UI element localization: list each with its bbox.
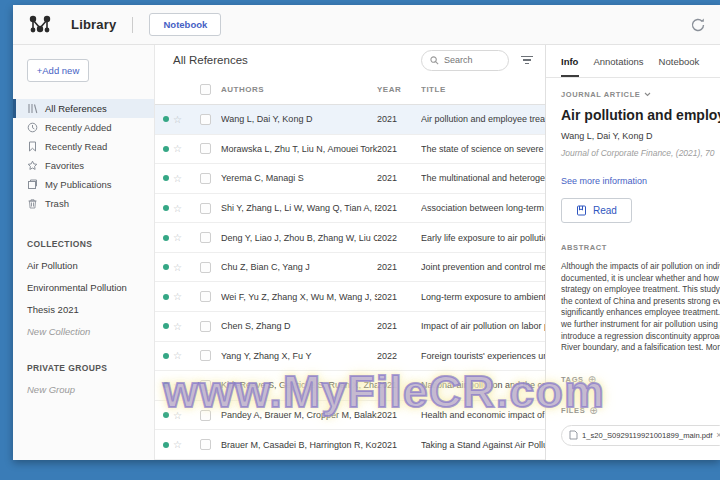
table-row[interactable]: ☆Brauer M, Casadei B, Harrington R, Kov.… [155, 430, 545, 460]
favorite-star-icon[interactable]: ☆ [173, 291, 193, 302]
add-tag-icon[interactable]: ⊕ [588, 374, 597, 385]
row-title: Association between long-term expo [421, 203, 545, 213]
row-checkbox[interactable] [200, 203, 211, 214]
add-new-button[interactable]: +Add new [27, 59, 89, 82]
row-authors: Wang L, Dai Y, Kong D [221, 114, 377, 124]
row-authors: Chen S, Zhang D [221, 321, 377, 331]
publications-icon [27, 179, 38, 190]
row-year: 2022 [377, 351, 421, 361]
table-row[interactable]: ☆Deng Y, Liao J, Zhou B, Zhang W, Liu C.… [155, 223, 545, 253]
row-title: Long-term exposure to ambient air p [421, 292, 545, 302]
select-all-checkbox[interactable] [200, 84, 211, 95]
sidebar-item-recently-added[interactable]: Recently Added [13, 118, 154, 137]
read-document-icon [576, 205, 587, 216]
favorite-star-icon[interactable]: ☆ [173, 173, 193, 184]
add-file-icon[interactable]: ⊕ [589, 405, 598, 416]
favorite-star-icon[interactable]: ☆ [173, 262, 193, 273]
favorite-star-icon[interactable]: ☆ [173, 380, 193, 391]
row-checkbox[interactable] [200, 321, 211, 332]
table-row[interactable]: ☆Chu Z, Bian C, Yang J2021Joint preventi… [155, 253, 545, 283]
row-checkbox[interactable] [200, 262, 211, 273]
unread-dot [163, 353, 169, 359]
unread-dot [163, 116, 169, 122]
mendeley-logo-icon [27, 14, 53, 36]
filter-icon[interactable] [521, 56, 533, 65]
sidebar-item-all-references[interactable]: All References [13, 99, 154, 118]
row-checkbox[interactable] [200, 143, 211, 154]
row-checkbox[interactable] [200, 173, 211, 184]
abstract-text: Although the impacts of air pollution on… [561, 261, 720, 354]
tab-annotations[interactable]: Annotations [593, 45, 643, 77]
row-authors: Deng Y, Liao J, Zhou B, Zhang W, Liu C..… [221, 233, 377, 243]
sidebar-item-label: Recently Read [45, 141, 107, 152]
see-more-link[interactable]: See more information [561, 176, 720, 186]
search-box[interactable] [421, 50, 509, 71]
favorite-star-icon[interactable]: ☆ [173, 410, 193, 421]
table-row[interactable]: ☆Shi Y, Zhang L, Li W, Wang Q, Tian A, P… [155, 194, 545, 224]
favorite-star-icon[interactable]: ☆ [173, 232, 193, 243]
list-header: All References [155, 45, 545, 75]
notebook-button[interactable]: Notebook [149, 13, 221, 36]
favorite-star-icon[interactable]: ☆ [173, 321, 193, 332]
collection-air-pollution[interactable]: Air Pollution [27, 260, 154, 271]
reference-list-panel: All References AUTHORS YEAR TITLE ☆Wang … [155, 45, 545, 460]
row-checkbox[interactable] [200, 350, 211, 361]
tab-info[interactable]: Info [561, 45, 578, 77]
row-checkbox[interactable] [200, 114, 211, 125]
column-year[interactable]: YEAR [377, 85, 421, 94]
unread-dot [163, 175, 169, 181]
row-authors: Shi Y, Zhang L, Li W, Wang Q, Tian A, P.… [221, 203, 377, 213]
search-icon [430, 56, 439, 65]
document-type-dropdown[interactable]: JOURNAL ARTICLE [561, 90, 720, 99]
column-authors[interactable]: AUTHORS [221, 85, 377, 94]
table-row[interactable]: ☆Kirk-Reeve S, Gehricke S, Ruan X, Zha..… [155, 371, 545, 401]
row-authors: Chu Z, Bian C, Yang J [221, 262, 377, 272]
row-checkbox[interactable] [200, 291, 211, 302]
table-row[interactable]: ☆Wang L, Dai Y, Kong D2021Air pollution … [155, 105, 545, 135]
collection-environmental-pollution[interactable]: Environmental Pollution [27, 282, 154, 293]
file-name: 1_s20_S0929119921001899_main.pdf [582, 431, 712, 440]
row-checkbox[interactable] [200, 232, 211, 243]
header-divider [132, 17, 133, 33]
new-collection-link[interactable]: New Collection [27, 326, 154, 337]
page-title: Library [71, 17, 116, 32]
favorite-star-icon[interactable]: ☆ [173, 143, 193, 154]
star-icon [27, 160, 38, 171]
table-row[interactable]: ☆Yerema C, Managi S2021The multinational… [155, 164, 545, 194]
collection-thesis-2021[interactable]: Thesis 2021 [27, 304, 154, 315]
row-checkbox[interactable] [200, 380, 211, 391]
unread-dot [163, 205, 169, 211]
table-row[interactable]: ☆Morawska L, Zhu T, Liu N, Amouei Tork..… [155, 135, 545, 165]
sidebar-nav: All References Recently Added Recently R… [13, 99, 154, 213]
favorite-star-icon[interactable]: ☆ [173, 439, 193, 450]
sidebar-item-label: Favorites [45, 160, 84, 171]
abstract-label: ABSTRACT [561, 243, 720, 252]
table-row[interactable]: ☆Wei F, Yu Z, Zhang X, Wu M, Wang J, S..… [155, 282, 545, 312]
tab-notebook[interactable]: Notebook [659, 45, 700, 77]
table-row[interactable]: ☆Pandey A, Brauer M, Cropper M, Balakr..… [155, 401, 545, 431]
search-input[interactable] [444, 55, 499, 65]
file-attachment[interactable]: 1_s20_S0929119921001899_main.pdf × [561, 425, 720, 446]
favorite-star-icon[interactable]: ☆ [173, 350, 193, 361]
read-button[interactable]: Read [561, 198, 632, 223]
row-authors: Yang Y, Zhang X, Fu Y [221, 351, 377, 361]
column-title[interactable]: TITLE [421, 85, 545, 94]
table-row[interactable]: ☆Chen S, Zhang D2021Impact of air pollut… [155, 312, 545, 342]
row-checkbox[interactable] [200, 410, 211, 421]
unread-dot [163, 442, 169, 448]
sidebar-item-trash[interactable]: Trash [13, 194, 154, 213]
new-group-link[interactable]: New Group [27, 384, 154, 395]
row-checkbox[interactable] [200, 439, 211, 450]
sidebar-item-favorites[interactable]: Favorites [13, 156, 154, 175]
favorite-star-icon[interactable]: ☆ [173, 114, 193, 125]
row-title: The state of science on severe air p [421, 144, 545, 154]
sync-icon[interactable] [690, 17, 706, 33]
favorite-star-icon[interactable]: ☆ [173, 203, 193, 214]
document-source: Journal of Corporate Finance, (2021), 70 [561, 148, 720, 158]
sidebar-item-my-publications[interactable]: My Publications [13, 175, 154, 194]
sidebar-item-recently-read[interactable]: Recently Read [13, 137, 154, 156]
document-title: Air pollution and employee [561, 107, 720, 123]
remove-file-icon[interactable]: × [716, 430, 720, 440]
table-row[interactable]: ☆Yang Y, Zhang X, Fu Y2022Foreign touris… [155, 342, 545, 372]
library-icon [27, 103, 38, 114]
